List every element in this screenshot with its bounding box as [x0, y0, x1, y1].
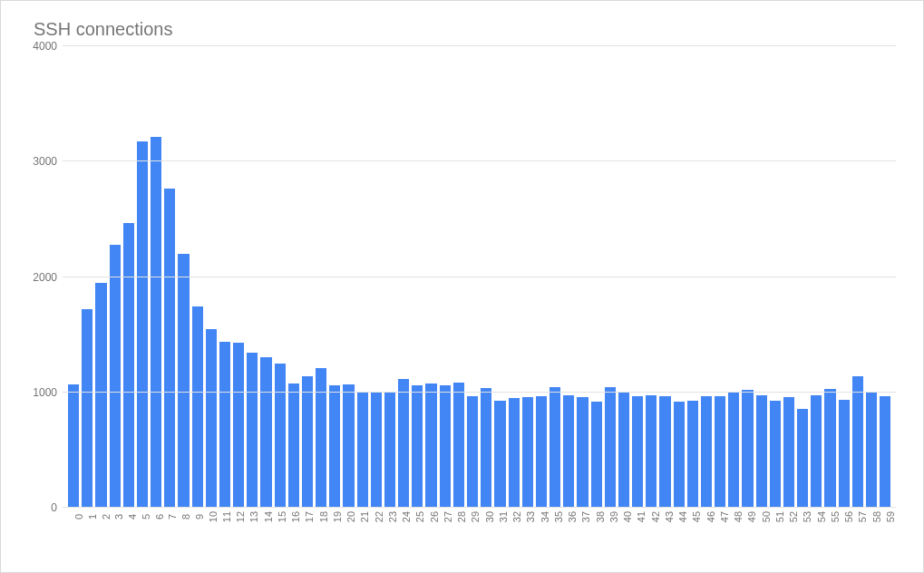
chart-card: SSH connections 01000200030004000 012345… — [0, 0, 924, 573]
bar — [316, 368, 326, 507]
bar — [137, 141, 148, 507]
bar — [811, 395, 822, 507]
bar — [563, 395, 574, 507]
bar — [260, 357, 271, 507]
bar — [302, 376, 313, 507]
bar — [192, 306, 203, 507]
chart-title: SSH connections — [34, 19, 905, 40]
bar — [770, 401, 781, 507]
bar — [509, 398, 520, 507]
bar — [219, 342, 230, 507]
gridline: 2000 — [63, 277, 896, 277]
y-tick-label: 4000 — [33, 40, 63, 53]
bar — [536, 396, 547, 507]
bar — [742, 390, 753, 507]
bar — [646, 395, 657, 507]
bar — [233, 343, 244, 507]
bar — [481, 388, 491, 507]
bar — [783, 397, 794, 507]
bar — [247, 353, 258, 508]
bar — [756, 395, 767, 507]
bar — [494, 401, 505, 507]
chart-area: 01000200030004000 0123456789101112131415… — [63, 45, 896, 535]
x-tick-label: 59 — [885, 511, 909, 522]
bar — [577, 397, 588, 507]
gridline: 0 — [63, 507, 896, 508]
bar — [605, 387, 616, 507]
bar — [123, 223, 134, 507]
plot-region: 01000200030004000 — [63, 45, 896, 508]
bar — [329, 385, 340, 507]
bar — [632, 396, 643, 507]
bar — [715, 396, 725, 507]
bar — [467, 396, 478, 507]
y-tick-label: 0 — [51, 501, 63, 514]
bar — [412, 385, 423, 507]
bar — [522, 397, 533, 507]
bar — [839, 400, 850, 507]
bar — [288, 384, 299, 507]
bar — [453, 383, 464, 507]
bar — [687, 401, 698, 507]
bar — [95, 283, 106, 507]
bar — [82, 309, 92, 507]
bar — [728, 393, 739, 507]
bar — [357, 392, 368, 507]
bar — [164, 189, 175, 507]
bar — [591, 402, 602, 507]
gridline: 3000 — [63, 160, 896, 161]
bar — [206, 329, 217, 507]
bar — [618, 392, 629, 507]
bar — [659, 396, 670, 507]
bar — [440, 385, 451, 507]
bar — [880, 396, 890, 507]
bar — [852, 376, 863, 507]
gridline: 1000 — [63, 392, 896, 393]
bar — [701, 396, 712, 507]
x-axis-labels: 0123456789101112131415161718192021222324… — [68, 511, 890, 535]
bar — [674, 402, 685, 507]
bar — [68, 384, 79, 507]
bar — [110, 245, 121, 507]
bar — [866, 393, 877, 507]
y-tick-label: 3000 — [33, 155, 63, 168]
bar — [550, 387, 560, 507]
gridline: 4000 — [63, 45, 896, 46]
bar — [275, 364, 286, 507]
bar — [371, 393, 382, 507]
bar — [824, 389, 835, 507]
bar — [343, 384, 354, 507]
bar — [797, 409, 808, 507]
y-tick-label: 2000 — [33, 271, 63, 284]
y-tick-label: 1000 — [33, 386, 63, 399]
bar — [178, 254, 189, 507]
bar — [151, 137, 161, 507]
bar — [384, 392, 395, 507]
bar — [398, 379, 409, 507]
bar — [425, 384, 436, 507]
